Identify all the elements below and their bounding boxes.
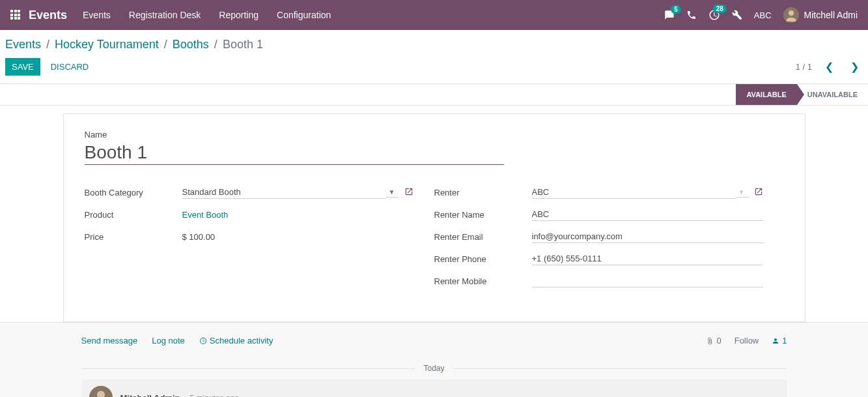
debug-icon[interactable] bbox=[732, 10, 742, 20]
pager-prev[interactable]: ❮ bbox=[821, 59, 837, 74]
brand[interactable]: Events bbox=[29, 8, 67, 22]
user-menu[interactable]: Mitchell Admi bbox=[783, 7, 858, 23]
renter-mobile-label: Renter Mobile bbox=[434, 276, 532, 286]
messages-badge: 5 bbox=[671, 5, 681, 14]
breadcrumb-events[interactable]: Events bbox=[5, 38, 41, 51]
status-bar: AVAILABLE UNAVAILABLE bbox=[0, 84, 868, 106]
left-column: Booth Category ▼ Product Event Booth Pri… bbox=[85, 184, 434, 295]
send-message-button[interactable]: Send message bbox=[81, 336, 138, 346]
followers-button[interactable]: 1 bbox=[772, 336, 787, 346]
dropdown-icon[interactable]: ▼ bbox=[386, 187, 399, 198]
chatter: Send message Log note Schedule activity … bbox=[76, 336, 792, 397]
activities-badge: 28 bbox=[713, 5, 727, 13]
apps-icon[interactable] bbox=[10, 10, 21, 20]
product-label: Product bbox=[85, 210, 182, 220]
phone-icon[interactable] bbox=[686, 10, 697, 20]
form-sheet: Name Booth Category ▼ Product Event Boot… bbox=[63, 113, 805, 322]
svg-point-1 bbox=[789, 10, 794, 16]
right-column: Renter ▼ Renter Name Renter Email bbox=[434, 184, 784, 295]
main-menu: Events Registration Desk Reporting Confi… bbox=[83, 10, 331, 20]
company-switcher[interactable]: ABC bbox=[754, 10, 772, 20]
person-icon bbox=[772, 337, 779, 345]
pager-text: 1 / 1 bbox=[796, 62, 812, 72]
date-divider: Today bbox=[81, 364, 787, 373]
message-time: - 5 minutes ago bbox=[185, 394, 239, 398]
status-available[interactable]: AVAILABLE bbox=[736, 84, 796, 105]
systray: 5 28 ABC Mitchell Admi bbox=[664, 7, 858, 23]
avatar bbox=[89, 386, 113, 397]
product-value[interactable]: Event Booth bbox=[182, 209, 413, 221]
pager-next[interactable]: ❯ bbox=[847, 59, 863, 74]
form-view: AVAILABLE UNAVAILABLE Name Booth Categor… bbox=[0, 84, 868, 323]
name-label: Name bbox=[85, 130, 784, 140]
breadcrumb-booths[interactable]: Booths bbox=[173, 38, 209, 51]
breadcrumb: Events / Hockey Tournament / Booths / Bo… bbox=[5, 35, 863, 58]
attachments-button[interactable]: 0 bbox=[706, 336, 721, 346]
log-note-button[interactable]: Log note bbox=[152, 336, 185, 346]
activities-icon[interactable]: 28 bbox=[708, 9, 720, 21]
renter-phone-input[interactable] bbox=[532, 252, 763, 265]
renter-mobile-input[interactable] bbox=[532, 274, 763, 287]
control-panel: Events / Hockey Tournament / Booths / Bo… bbox=[0, 30, 868, 84]
menu-reporting[interactable]: Reporting bbox=[219, 10, 259, 20]
booth-category-label: Booth Category bbox=[85, 188, 182, 198]
status-unavailable[interactable]: UNAVAILABLE bbox=[797, 84, 868, 105]
paperclip-icon bbox=[706, 337, 714, 345]
price-label: Price bbox=[85, 232, 182, 242]
renter-label: Renter bbox=[434, 188, 532, 198]
message-item: Mitchell Admin - 5 minutes ago bbox=[81, 379, 787, 397]
discard-button[interactable]: DISCARD bbox=[51, 62, 89, 72]
renter-name-label: Renter Name bbox=[434, 210, 532, 220]
breadcrumb-hockey[interactable]: Hockey Tournament bbox=[55, 38, 159, 51]
follow-button[interactable]: Follow bbox=[735, 336, 759, 346]
external-link-icon[interactable] bbox=[404, 187, 413, 198]
dropdown-icon[interactable]: ▼ bbox=[736, 187, 749, 198]
renter-email-label: Renter Email bbox=[434, 232, 532, 242]
renter-email-input[interactable] bbox=[532, 230, 763, 243]
top-nav: Events Events Registration Desk Reportin… bbox=[0, 0, 868, 30]
renter-input[interactable] bbox=[532, 186, 736, 199]
external-link-icon[interactable] bbox=[754, 187, 763, 198]
renter-phone-label: Renter Phone bbox=[434, 254, 532, 264]
clock-icon bbox=[199, 337, 207, 345]
schedule-activity-button[interactable]: Schedule activity bbox=[199, 336, 273, 346]
menu-registration-desk[interactable]: Registration Desk bbox=[129, 10, 201, 20]
name-input[interactable] bbox=[85, 142, 504, 165]
breadcrumb-current: Booth 1 bbox=[223, 38, 263, 51]
pager: 1 / 1 ❮ ❯ bbox=[796, 59, 863, 74]
save-button[interactable]: SAVE bbox=[5, 58, 40, 76]
menu-configuration[interactable]: Configuration bbox=[277, 10, 331, 20]
menu-events[interactable]: Events bbox=[83, 10, 111, 20]
messages-icon[interactable]: 5 bbox=[664, 10, 675, 20]
avatar bbox=[783, 7, 799, 23]
price-value: $ 100.00 bbox=[182, 231, 413, 243]
message-author: Mitchell Admin bbox=[120, 393, 180, 398]
booth-category-input[interactable] bbox=[182, 186, 386, 199]
renter-name-input[interactable] bbox=[532, 208, 763, 221]
